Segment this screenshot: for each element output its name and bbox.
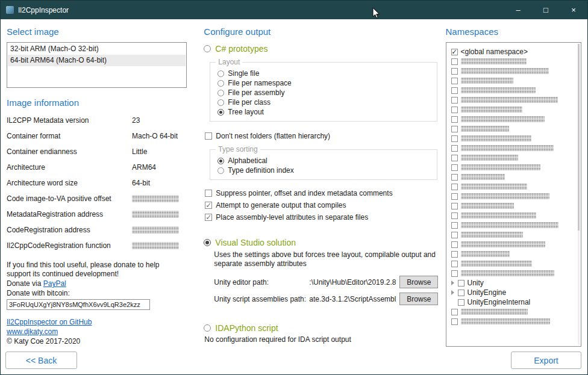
image-info-row: Code image-to-VA positive offset — [7, 191, 187, 206]
namespace-checkbox[interactable] — [451, 116, 458, 123]
maximize-button[interactable]: □ — [532, 1, 560, 19]
namespace-checkbox[interactable] — [451, 78, 458, 84]
namespace-item[interactable] — [451, 230, 575, 240]
image-list-item[interactable]: 64-bit ARM64 (Mach-O 64-bit) — [8, 55, 186, 66]
namespace-checkbox[interactable] — [458, 280, 464, 287]
namespace-checkbox[interactable] — [451, 251, 458, 258]
namespace-item[interactable]: UnityEngine — [451, 288, 575, 297]
back-button[interactable]: << Back — [5, 352, 77, 369]
namespace-item[interactable] — [451, 57, 575, 66]
layout-groupbox: Layout Single fileFile per namespaceFile… — [210, 62, 437, 122]
layout-option[interactable]: Tree layout — [217, 107, 432, 117]
namespace-checkbox[interactable] — [451, 212, 458, 219]
namespace-checkbox[interactable] — [451, 193, 458, 200]
namespace-checkbox[interactable] — [451, 261, 458, 267]
website-link[interactable]: www.djkaty.com — [7, 327, 58, 336]
checkbox-row[interactable]: Don't nest folders (flatten hierarchy) — [205, 131, 438, 141]
namespace-item[interactable] — [451, 172, 575, 182]
namespace-item[interactable] — [451, 76, 575, 85]
namespace-checkbox[interactable] — [451, 203, 458, 209]
namespace-checkbox[interactable] — [451, 270, 458, 277]
namespace-checkbox[interactable] — [451, 68, 458, 75]
namespace-item[interactable]: Unity — [451, 278, 575, 288]
idapython-option[interactable]: IDAPython script — [204, 323, 438, 333]
bitcoin-address-input[interactable] — [7, 299, 150, 310]
image-list[interactable]: 32-bit ARM (Mach-O 32-bit)64-bit ARM64 (… — [7, 42, 187, 88]
namespace-checkbox[interactable] — [451, 126, 458, 132]
layout-option[interactable]: File per namespace — [217, 78, 432, 88]
scrollbar-thumb[interactable] — [578, 44, 580, 231]
scrollbar[interactable] — [578, 44, 580, 345]
namespace-item[interactable] — [451, 85, 575, 95]
layout-option[interactable]: File per class — [217, 98, 432, 107]
namespace-checkbox[interactable] — [451, 184, 458, 190]
namespace-item[interactable] — [451, 211, 575, 220]
browse-editor-button[interactable]: Browse — [399, 276, 438, 288]
redacted-namespace — [461, 212, 536, 218]
namespace-item[interactable] — [451, 201, 575, 211]
checkbox-row[interactable]: Attempt to generate output that compiles — [205, 200, 438, 210]
unity-script-path-value: ate.3d-3.1.2\ScriptAssemblies — [309, 295, 396, 303]
title-bar[interactable]: Il2CppInspector – □ × — [1, 1, 587, 19]
namespace-item[interactable] — [451, 220, 575, 230]
namespace-item[interactable] — [451, 182, 575, 191]
namespace-item[interactable] — [451, 191, 575, 201]
copyright-text: © Katy Coe 2017-2020 — [7, 336, 187, 347]
namespace-checkbox[interactable] — [451, 222, 458, 229]
namespace-checkbox[interactable] — [451, 145, 458, 152]
namespace-checkbox-checked[interactable] — [451, 49, 458, 55]
browse-script-button[interactable]: Browse — [399, 293, 438, 305]
namespace-item[interactable] — [451, 105, 575, 114]
namespace-checkbox[interactable] — [451, 164, 458, 171]
namespace-checkbox[interactable] — [451, 232, 458, 238]
namespace-item[interactable] — [451, 114, 575, 124]
layout-option[interactable]: Single file — [217, 69, 432, 78]
expander-icon[interactable] — [451, 290, 454, 295]
namespace-checkbox[interactable] — [451, 107, 458, 113]
visual-studio-option[interactable]: Visual Studio solution — [204, 238, 438, 247]
namespace-checkbox[interactable] — [451, 87, 458, 94]
namespace-checkbox[interactable] — [451, 135, 458, 142]
namespace-item[interactable]: UnityEngineInternal — [451, 297, 575, 307]
close-button[interactable]: × — [560, 1, 587, 19]
namespace-item[interactable] — [451, 259, 575, 268]
namespace-checkbox[interactable] — [458, 290, 464, 296]
layout-option[interactable]: File per assembly — [217, 88, 432, 98]
namespace-item[interactable]: <global namespace> — [451, 47, 575, 57]
checkbox-row[interactable]: Suppress pointer, offset and index metad… — [205, 188, 438, 198]
namespace-checkbox[interactable] — [451, 241, 458, 248]
namespace-item[interactable] — [451, 307, 575, 317]
namespace-item[interactable] — [451, 317, 575, 326]
minimize-button[interactable]: – — [504, 1, 532, 19]
namespace-item[interactable] — [451, 163, 575, 172]
type-sorting-option[interactable]: Alphabetical — [217, 156, 432, 166]
namespace-item[interactable] — [451, 153, 575, 163]
namespace-item[interactable] — [451, 95, 575, 105]
paypal-link[interactable]: PayPal — [43, 279, 66, 288]
radio-selected-icon — [217, 109, 224, 116]
namespace-checkbox[interactable] — [451, 174, 458, 181]
namespace-item[interactable] — [451, 249, 575, 259]
github-link[interactable]: Il2CppInspector on GitHub — [7, 317, 92, 327]
namespace-tree[interactable]: <global namespace>UnityUnityEngineUnityE… — [446, 42, 582, 347]
checkbox-row[interactable]: Place assembly-level attributes in separ… — [205, 212, 438, 222]
namespace-checkbox[interactable] — [451, 155, 458, 161]
namespace-checkbox[interactable] — [451, 318, 458, 325]
namespace-checkbox[interactable] — [451, 58, 458, 65]
vs-description: Uses the settings above but forces tree … — [214, 250, 438, 268]
export-button[interactable]: Export — [511, 352, 581, 369]
namespace-item[interactable] — [451, 143, 575, 153]
namespace-item[interactable] — [451, 134, 575, 143]
type-sorting-option[interactable]: Type definition index — [217, 166, 432, 175]
namespace-checkbox[interactable] — [458, 299, 464, 306]
namespace-item[interactable] — [451, 124, 575, 134]
image-info-row: ArchitectureARM64 — [7, 160, 187, 175]
namespace-checkbox[interactable] — [451, 97, 458, 104]
namespace-checkbox[interactable] — [451, 309, 458, 315]
namespace-item[interactable] — [451, 240, 575, 249]
expander-icon[interactable] — [451, 280, 454, 285]
csharp-prototypes-option[interactable]: C# prototypes — [204, 44, 438, 54]
namespace-item[interactable] — [451, 268, 575, 278]
image-list-item[interactable]: 32-bit ARM (Mach-O 32-bit) — [8, 43, 186, 55]
namespace-item[interactable] — [451, 66, 575, 76]
